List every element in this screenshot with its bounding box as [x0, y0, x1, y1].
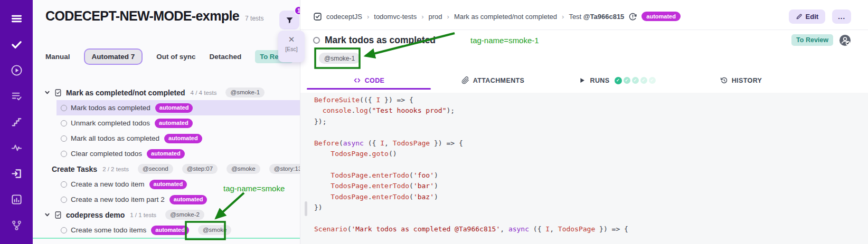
app-root: CODECEPT-NEW-MODE-exmple 7 tests 1 ✕ [Es…: [0, 0, 868, 244]
sidebar: [0, 0, 33, 244]
code-line: [314, 128, 868, 139]
test-state-icon: [61, 227, 67, 233]
test-row[interactable]: Mark all todos as completedautomated: [56, 131, 300, 146]
code-line: Scenario('Mark todos as completed @Ta966…: [314, 225, 868, 236]
status-badge[interactable]: To Review: [791, 34, 833, 46]
tab-automated-7[interactable]: Automated 7: [84, 48, 143, 65]
detail-tabs: CODEATTACHMENTSRUNS✓✓✓✓✓HISTORY: [307, 72, 803, 89]
drop-indicator-line: [33, 238, 300, 239]
code-line: Before(async ({ I, TodosPage }) => {: [314, 139, 868, 150]
activity-icon[interactable]: [11, 142, 23, 154]
automated-badge: automated: [155, 119, 193, 128]
tab-code[interactable]: CODE: [307, 72, 431, 89]
test-row[interactable]: Create a new todo item part 2automated: [56, 192, 300, 207]
menu-icon[interactable]: [11, 13, 23, 25]
test-title: Create some todo items: [71, 226, 146, 234]
git-branch-icon[interactable]: [11, 219, 23, 231]
breadcrumb-test[interactable]: Test @Ta966c815: [569, 13, 624, 21]
checkbox-icon: [313, 12, 322, 21]
code-line: TodosPage.enterTodo('bar'): [314, 182, 868, 192]
test-title: Create a new todo item: [71, 180, 145, 188]
tag-pill[interactable]: @smoke: [227, 164, 260, 174]
tag-pill[interactable]: @smoke-2: [165, 210, 204, 220]
checks-icon[interactable]: [11, 38, 23, 51]
scrollbar-thumb[interactable]: [305, 201, 307, 216]
test-row[interactable]: Create some todo itemsautomated@smoke: [56, 222, 300, 238]
history-icon: [720, 76, 728, 84]
code-line: BeforeSuite(({ I }) => {: [314, 96, 868, 106]
automated-badge: automated: [164, 134, 202, 143]
run-check-dot: ✓: [649, 77, 656, 84]
project-header: CODECEPT-NEW-MODE-exmple 7 tests: [45, 8, 263, 24]
steps-icon[interactable]: [11, 116, 23, 128]
tab-runs[interactable]: RUNS✓✓✓✓✓: [555, 72, 679, 89]
breadcrumb-separator: ›: [447, 13, 449, 21]
breadcrumb-separator: ›: [421, 13, 423, 21]
automated-badge: automated: [169, 195, 207, 204]
tab-manual[interactable]: Manual: [45, 53, 70, 61]
test-title: Clear completed todos: [71, 150, 142, 158]
tab-label: CODE: [365, 77, 385, 84]
automated-badge: automated: [641, 12, 681, 21]
bar-chart-icon[interactable]: [11, 193, 23, 206]
suite-row[interactable]: codepress demo1 / 1 tests@smoke-2: [33, 207, 300, 222]
tab-out-of-sync[interactable]: Out of sync: [156, 53, 195, 61]
suite-file-icon: [54, 211, 62, 219]
tab-detached[interactable]: Detached: [210, 53, 242, 61]
avatar-icon: [839, 34, 851, 46]
list-check-icon[interactable]: [11, 90, 23, 102]
automated-badge: automated: [151, 226, 189, 235]
suite-file-icon: [54, 89, 62, 97]
assignee-avatar[interactable]: [839, 34, 851, 46]
header-actions: Edit ...: [789, 9, 851, 24]
sync-status-icon[interactable]: [628, 12, 637, 21]
suite-title: codepress demo: [66, 211, 125, 219]
suite-row[interactable]: Mark as completed/not completed4 / 4 tes…: [33, 85, 300, 100]
breadcrumb-test-label: Test: [569, 13, 581, 21]
test-state-icon: [61, 120, 67, 126]
tag-pill[interactable]: @smoke: [198, 225, 232, 236]
test-id: @Ta966c815: [583, 13, 625, 21]
tag-pill[interactable]: @step:07: [182, 164, 218, 174]
tab-label: ATTACHMENTS: [473, 77, 525, 84]
breadcrumb-item[interactable]: todomvc-tests: [374, 13, 417, 21]
test-state-icon: [61, 105, 67, 111]
tag-pill[interactable]: @smoke-1: [319, 53, 360, 64]
suite-row[interactable]: Create Tasks2 / 2 tests@second@step:07@s…: [33, 161, 300, 177]
paperclip-icon: [461, 76, 469, 84]
run-check-dot: ✓: [624, 77, 630, 84]
run-check-dot: ✓: [640, 77, 647, 84]
test-row[interactable]: Unmark completed todosautomated: [56, 115, 300, 131]
test-title: Mark todos as completed: [325, 35, 436, 46]
detail-header: codeceptJS›todomvc-tests›prod›Mark as co…: [300, 0, 868, 30]
more-button[interactable]: ...: [832, 9, 851, 24]
esc-hint: [Esc]: [285, 46, 297, 52]
project-title: CODECEPT-NEW-MODE-exmple: [45, 8, 239, 24]
test-row[interactable]: Clear completed todosautomated: [56, 146, 300, 161]
close-icon[interactable]: ✕: [288, 35, 295, 43]
breadcrumb-item[interactable]: prod: [429, 13, 442, 21]
tab-attachments[interactable]: ATTACHMENTS: [431, 72, 555, 89]
suite-title: Mark as completed/not completed: [66, 89, 185, 97]
title-actions: To Review: [791, 34, 851, 46]
breadcrumb-item[interactable]: Mark as completed/not completed: [454, 13, 557, 21]
chevron-down-icon[interactable]: [44, 90, 50, 95]
breadcrumb-items: codeceptJS›todomvc-tests›prod›Mark as co…: [326, 13, 557, 21]
breadcrumb-item[interactable]: codeceptJS: [326, 13, 362, 21]
code-line: console.log("Test hoooks prod");: [314, 106, 868, 117]
play-circle-icon[interactable]: [11, 64, 23, 76]
tab-label: RUNS: [590, 77, 609, 84]
tab-history[interactable]: HISTORY: [679, 72, 803, 89]
sign-in-icon[interactable]: [11, 168, 23, 180]
tab-label: HISTORY: [732, 77, 762, 84]
tag-pill[interactable]: @smoke-1: [225, 87, 265, 98]
test-row[interactable]: Mark todos as completedautomated: [56, 100, 300, 115]
tag-pill[interactable]: @second: [138, 164, 173, 174]
edit-button[interactable]: Edit: [789, 9, 826, 24]
code-line: [314, 160, 868, 171]
test-detail-panel: codeceptJS›todomvc-tests›prod›Mark as co…: [300, 0, 868, 244]
chevron-down-icon[interactable]: [44, 212, 50, 218]
automated-badge: automated: [155, 103, 193, 113]
filter-button[interactable]: 1: [279, 11, 299, 30]
test-row[interactable]: Create a new todo itemautomated: [56, 177, 300, 192]
